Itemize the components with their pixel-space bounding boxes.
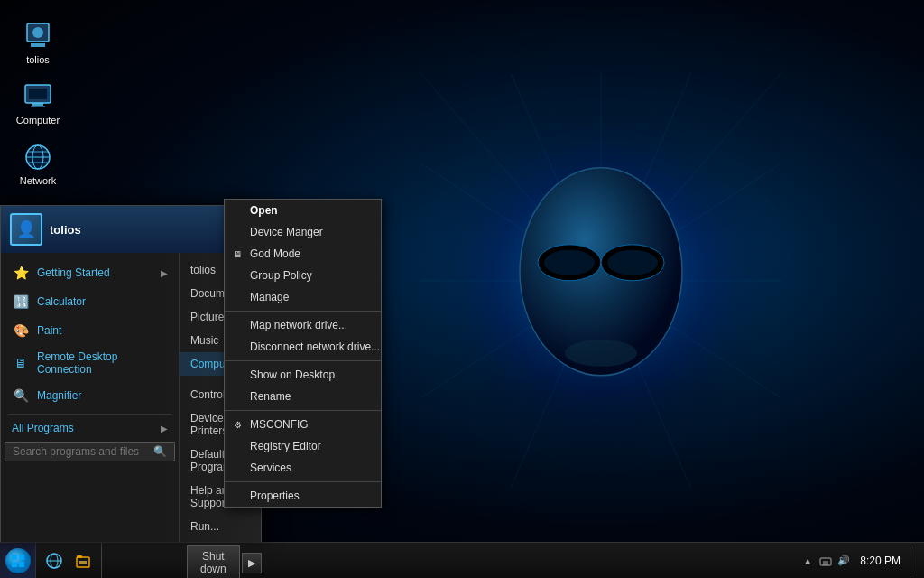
svg-point-18 — [607, 250, 658, 275]
show-desktop-btn[interactable] — [910, 547, 917, 574]
shutdown-area: Shut down ▶ — [180, 540, 269, 578]
search-icon[interactable]: 🔍 — [153, 445, 167, 458]
search-input[interactable] — [13, 445, 148, 458]
user-avatar: 👤 — [10, 213, 42, 246]
shutdown-button[interactable]: Shut down — [187, 545, 240, 578]
desktop-icon-tolios[interactable]: tolios — [9, 18, 67, 70]
svg-rect-26 — [31, 106, 45, 107]
system-tray: ▲ 🔊 8:20 PM — [793, 543, 924, 578]
disconnect-network-label: Disconnect network drive... — [250, 340, 380, 353]
tray-volume-icon[interactable]: 🔊 — [836, 554, 851, 568]
registry-editor-label: Registry Editor — [250, 440, 321, 452]
taskbar: ▲ 🔊 8:20 PM — [0, 542, 924, 578]
remote-desktop-icon: 🖥 — [12, 354, 30, 372]
context-registry-editor[interactable]: Registry Editor — [225, 435, 381, 457]
svg-point-17 — [544, 250, 595, 275]
desktop-icon-network[interactable]: Network — [9, 139, 67, 191]
shutdown-arrow-button[interactable]: ▶ — [242, 553, 262, 573]
start-item-magnifier[interactable]: 🔍 Magnifier — [1, 381, 179, 410]
context-menu: Open Device Manger 🖥 God Mode Group Poli… — [224, 199, 382, 508]
context-disconnect-network[interactable]: Disconnect network drive... — [225, 336, 381, 358]
start-menu-left: ⭐ Getting Started ▶ 🔢 Calculator 🎨 Paint… — [1, 253, 180, 542]
context-device-manager[interactable]: Device Manger — [225, 221, 381, 243]
context-open[interactable]: Open — [225, 200, 381, 221]
quick-launch-area — [36, 543, 102, 578]
open-label: Open — [250, 204, 278, 217]
network-tray-icon — [819, 555, 832, 567]
device-manager-label: Device Manger — [250, 226, 323, 238]
start-item-run[interactable]: Run... — [180, 515, 269, 538]
alien-wallpaper — [420, 73, 781, 489]
context-services[interactable]: Services — [225, 457, 381, 479]
magnifier-label: Magnifier — [37, 389, 168, 402]
computer-icon — [23, 82, 52, 111]
tray-network-icon[interactable] — [818, 554, 833, 568]
ie-icon — [46, 553, 62, 569]
svg-point-19 — [565, 340, 637, 367]
all-programs-button[interactable]: All Programs ▶ — [1, 418, 179, 438]
svg-rect-41 — [19, 562, 24, 567]
ctx-sep-1 — [225, 311, 381, 312]
start-item-calculator[interactable]: 🔢 Calculator — [1, 287, 179, 316]
show-desktop-label: Show on Desktop — [250, 368, 335, 381]
context-god-mode[interactable]: 🖥 God Mode — [225, 243, 381, 265]
arrow-icon: ▶ — [161, 268, 168, 278]
context-msconfig[interactable]: ⚙ MSCONFIG — [225, 414, 381, 435]
rename-label: Rename — [250, 390, 291, 403]
god-mode-icon: 🖥 — [230, 247, 245, 261]
svg-rect-39 — [19, 555, 24, 560]
all-programs-arrow: ▶ — [161, 424, 168, 434]
svg-rect-21 — [31, 43, 45, 47]
getting-started-label: Getting Started — [37, 266, 153, 279]
start-item-remote-desktop[interactable]: 🖥 Remote Desktop Connection — [1, 345, 179, 381]
start-item-getting-started[interactable]: ⭐ Getting Started ▶ — [1, 258, 179, 287]
svg-rect-25 — [32, 103, 43, 106]
start-menu: 👤 tolios ⭐ Getting Started ▶ 🔢 Calculato… — [0, 205, 262, 542]
desktop-icon-computer[interactable]: Computer — [9, 79, 67, 130]
tolios-icon — [23, 22, 52, 51]
start-item-paint[interactable]: 🎨 Paint — [1, 316, 179, 345]
svg-rect-49 — [823, 561, 828, 565]
all-programs-label: All Programs — [12, 422, 74, 434]
windows-logo — [11, 554, 25, 568]
start-button[interactable] — [0, 543, 36, 579]
user-name-label: tolios — [50, 223, 81, 237]
ctx-sep-4 — [225, 481, 381, 482]
ctx-sep-3 — [225, 410, 381, 411]
separator — [8, 414, 171, 415]
network-icon — [23, 143, 52, 172]
run-label: Run... — [190, 520, 258, 533]
calculator-icon: 🔢 — [12, 293, 30, 311]
svg-point-22 — [32, 27, 43, 38]
explorer-quick-btn[interactable] — [69, 547, 97, 574]
calculator-label: Calculator — [37, 295, 168, 308]
context-group-policy[interactable]: Group Policy — [225, 265, 381, 286]
svg-rect-38 — [12, 555, 17, 560]
search-bar: 🔍 — [5, 442, 175, 461]
explorer-icon — [75, 553, 91, 569]
msconfig-icon: ⚙ — [230, 417, 245, 432]
msconfig-label: MSCONFIG — [250, 418, 309, 431]
ie-quick-btn[interactable] — [41, 547, 68, 574]
services-label: Services — [250, 461, 291, 474]
tray-up-icon[interactable]: ▲ — [800, 554, 815, 568]
tolios-label: tolios — [26, 54, 50, 66]
context-show-desktop[interactable]: Show on Desktop — [225, 364, 381, 386]
context-properties[interactable]: Properties — [225, 485, 381, 507]
start-menu-body: ⭐ Getting Started ▶ 🔢 Calculator 🎨 Paint… — [1, 253, 261, 542]
map-network-label: Map network drive... — [250, 319, 347, 331]
svg-rect-40 — [12, 562, 17, 567]
system-clock[interactable]: 8:20 PM — [856, 555, 904, 567]
context-manage[interactable]: Manage — [225, 286, 381, 308]
svg-rect-24 — [29, 89, 47, 99]
ctx-sep-2 — [225, 360, 381, 361]
computer-label: Computer — [16, 115, 60, 126]
magnifier-icon: 🔍 — [12, 387, 30, 405]
context-rename[interactable]: Rename — [225, 386, 381, 407]
tray-icons: ▲ 🔊 — [800, 554, 851, 568]
network-label: Network — [20, 175, 56, 187]
god-mode-label: God Mode — [250, 247, 300, 260]
remote-desktop-label: Remote Desktop Connection — [37, 350, 168, 376]
svg-rect-46 — [77, 555, 82, 558]
context-map-network[interactable]: Map network drive... — [225, 314, 381, 336]
